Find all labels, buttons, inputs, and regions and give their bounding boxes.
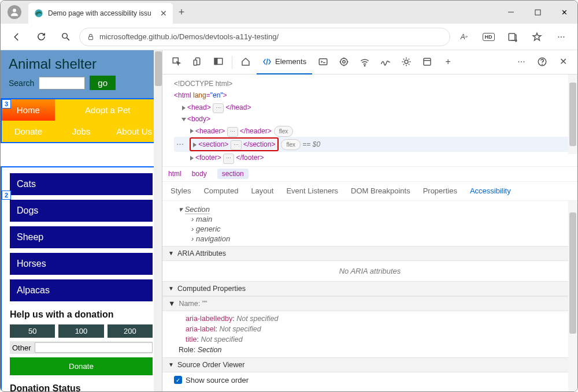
tab-close-icon[interactable]: ✕	[160, 9, 167, 18]
svg-rect-15	[319, 58, 327, 65]
category-sheep[interactable]: Sheep	[10, 226, 153, 248]
dom-scrollbar[interactable]	[568, 74, 577, 154]
performance-tab-icon[interactable]	[376, 53, 395, 72]
category-horses[interactable]: Horses	[10, 253, 153, 275]
browser-tab[interactable]: Demo page with accessibility issu ✕	[28, 3, 173, 24]
reader-icon[interactable]: ♪	[502, 27, 523, 47]
donate-button[interactable]: Donate	[10, 357, 153, 375]
name-property-row[interactable]: ▼Name: ""	[162, 296, 577, 311]
show-source-order-checkbox[interactable]: ✓Show source order	[174, 376, 566, 384]
new-tab-button[interactable]: +	[173, 6, 190, 18]
donation-amounts: 50 100 200	[10, 324, 153, 338]
devtools-help-icon[interactable]	[532, 53, 552, 72]
welcome-tab-icon[interactable]	[236, 53, 255, 72]
svg-point-4	[62, 33, 67, 39]
hd-icon[interactable]: HD	[478, 27, 499, 47]
more-tabs-icon[interactable]: +	[438, 53, 458, 72]
svg-point-27	[542, 64, 543, 65]
maximize-button[interactable]	[524, 1, 551, 24]
tab-accessibility[interactable]: Accessibility	[470, 186, 511, 195]
source-order-badge-2: 2	[2, 191, 11, 200]
svg-point-22	[364, 65, 365, 66]
address-bar[interactable]: microsoftedge.github.io/Demos/devtools-a…	[79, 28, 450, 46]
aria-attributes-header[interactable]: ▼ARIA Attributes	[162, 246, 577, 261]
url-text: microsoftedge.github.io/Demos/devtools-a…	[99, 32, 279, 41]
sources-tab-icon[interactable]	[334, 53, 354, 72]
computed-properties-header[interactable]: ▼Computed Properties	[162, 281, 577, 296]
svg-rect-3	[535, 10, 540, 15]
browser-toolbar: microsoftedge.github.io/Demos/devtools-a…	[1, 24, 577, 50]
lock-icon	[87, 33, 95, 41]
refresh-button[interactable]	[31, 27, 51, 47]
dom-tree[interactable]: <!DOCTYPE html> <html lang="en"> <head> …	[162, 74, 577, 166]
svg-line-5	[66, 38, 69, 40]
nav-adopt[interactable]: Adopt a Pet	[55, 99, 161, 121]
edge-favicon	[34, 9, 43, 18]
search-button[interactable]	[55, 27, 76, 47]
page-scrollbar[interactable]	[154, 50, 162, 391]
category-dogs[interactable]: Dogs	[10, 200, 153, 222]
page-header: Animal shelter Search go	[1, 50, 162, 98]
category-alpacas[interactable]: Alpacas	[10, 279, 153, 301]
tab-properties[interactable]: Properties	[423, 186, 457, 195]
crumb-html[interactable]: html	[168, 170, 181, 178]
dock-icon[interactable]	[209, 53, 228, 72]
svg-rect-7	[509, 33, 515, 40]
application-tab-icon[interactable]	[417, 53, 437, 72]
back-button[interactable]	[6, 27, 27, 47]
profile-avatar[interactable]	[8, 5, 21, 19]
minimize-button[interactable]	[498, 1, 524, 24]
devtools-more-icon[interactable]: ···	[512, 53, 531, 72]
svg-point-16	[343, 60, 346, 63]
memory-tab-icon[interactable]	[397, 53, 416, 72]
close-window-button[interactable]: ✕	[551, 1, 577, 24]
inspect-icon[interactable]	[167, 53, 187, 72]
other-amount-input[interactable]	[35, 342, 153, 353]
tab-styles[interactable]: Styles	[171, 186, 191, 195]
console-tab-icon[interactable]	[313, 53, 333, 72]
crumb-section[interactable]: section	[217, 169, 249, 179]
go-button[interactable]: go	[90, 76, 116, 90]
search-label: Search	[9, 79, 34, 88]
device-icon[interactable]	[188, 53, 208, 72]
network-tab-icon[interactable]	[355, 53, 375, 72]
svg-rect-6	[89, 36, 93, 39]
tab-computed[interactable]: Computed	[203, 186, 238, 195]
tab-dom-breakpoints[interactable]: DOM Breakpoints	[351, 186, 410, 195]
source-order-header[interactable]: ▼Source Order Viewer	[162, 357, 577, 372]
svg-rect-13	[214, 58, 217, 65]
nav-jobs[interactable]: Jobs	[55, 121, 108, 142]
accessibility-tree[interactable]: ▾ Section › main › generic › navigation	[162, 201, 577, 246]
category-cats[interactable]: Cats	[10, 173, 153, 195]
donation-heading: Help us with a donation	[10, 309, 153, 320]
nav-about[interactable]: About Us	[108, 121, 161, 142]
elements-tab[interactable]: Elements	[257, 50, 312, 74]
accessibility-pane: ▾ Section › main › generic › navigation …	[162, 201, 577, 391]
window-controls: ✕	[498, 1, 577, 24]
crumb-body[interactable]: body	[192, 170, 207, 178]
menu-button[interactable]: ···	[551, 27, 572, 47]
elements-tab-label: Elements	[275, 57, 306, 66]
amount-50[interactable]: 50	[10, 324, 55, 338]
a11y-scrollbar[interactable]	[568, 201, 577, 391]
nav-donate[interactable]: Donate	[2, 121, 55, 142]
styles-tabs: Styles Computed Layout Event Listeners D…	[162, 181, 577, 201]
devtools-close-icon[interactable]: ✕	[553, 53, 573, 72]
amount-100[interactable]: 100	[58, 324, 103, 338]
svg-line-14	[266, 58, 267, 65]
donation-status-heading: Donation Status	[10, 383, 153, 391]
category-list: Cats Dogs Sheep Horses Alpacas Help us w…	[1, 166, 162, 391]
tab-event-listeners[interactable]: Event Listeners	[286, 186, 338, 195]
page-viewport: Animal shelter Search go Home Adopt a Pe…	[1, 50, 162, 391]
svg-point-0	[13, 9, 16, 12]
amount-200[interactable]: 200	[108, 324, 153, 338]
tab-layout[interactable]: Layout	[251, 186, 273, 195]
search-input[interactable]	[39, 77, 85, 89]
svg-rect-24	[424, 58, 431, 65]
content-area: Animal shelter Search go Home Adopt a Pe…	[1, 50, 577, 391]
favorite-button[interactable]	[527, 27, 547, 47]
main-nav: Home Adopt a Pet Donate Jobs About Us	[1, 98, 162, 143]
svg-point-23	[405, 60, 408, 64]
read-aloud-icon[interactable]: A»	[454, 27, 475, 47]
dom-breadcrumbs[interactable]: html body section	[162, 166, 577, 181]
